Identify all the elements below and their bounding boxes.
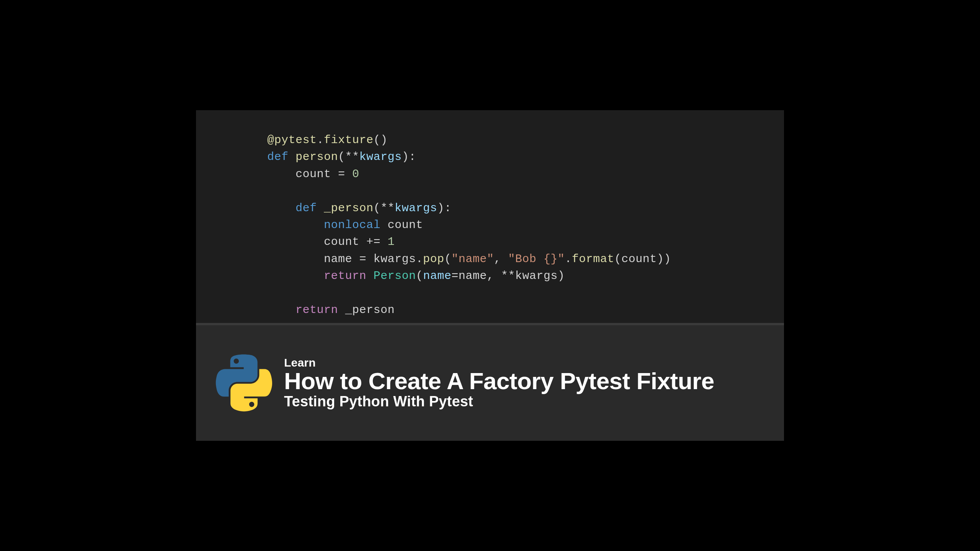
banner-subtitle: Testing Python With Pytest	[284, 393, 765, 410]
python-logo-icon	[215, 354, 273, 412]
banner: Learn How to Create A Factory Pytest Fix…	[196, 325, 784, 441]
tutorial-cover-frame: @pytest.fixture() def person(**kwargs): …	[196, 110, 784, 441]
decorator: @pytest	[267, 134, 317, 147]
banner-kicker: Learn	[284, 356, 765, 369]
banner-title: How to Create A Factory Pytest Fixture	[284, 368, 765, 393]
code-preview: @pytest.fixture() def person(**kwargs): …	[196, 110, 784, 323]
